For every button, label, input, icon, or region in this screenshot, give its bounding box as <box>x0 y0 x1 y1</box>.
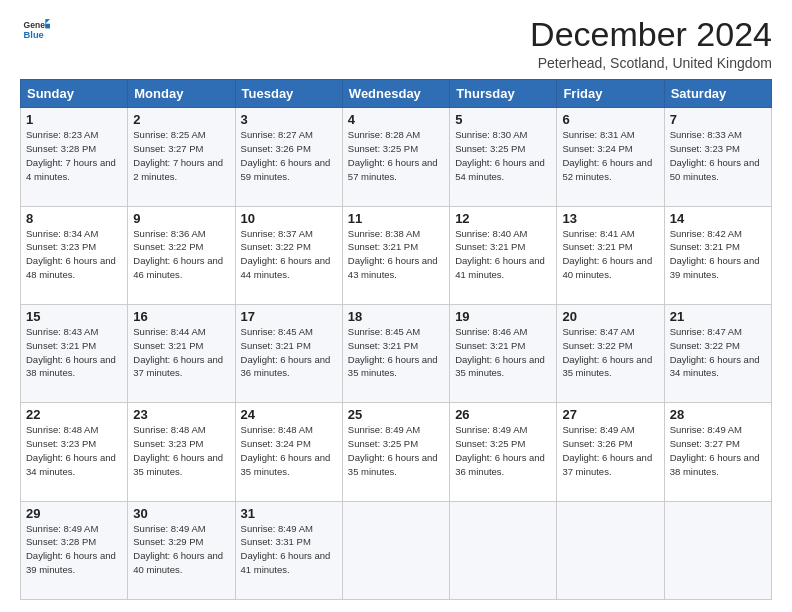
calendar-cell: 8 Sunrise: 8:34 AMSunset: 3:23 PMDayligh… <box>21 206 128 304</box>
day-info: Sunrise: 8:37 AMSunset: 3:22 PMDaylight:… <box>241 227 337 282</box>
calendar-cell: 25 Sunrise: 8:49 AMSunset: 3:25 PMDaylig… <box>342 403 449 501</box>
day-info: Sunrise: 8:30 AMSunset: 3:25 PMDaylight:… <box>455 128 551 183</box>
day-number: 7 <box>670 112 766 127</box>
day-number: 10 <box>241 211 337 226</box>
calendar-cell: 23 Sunrise: 8:48 AMSunset: 3:23 PMDaylig… <box>128 403 235 501</box>
day-number: 19 <box>455 309 551 324</box>
calendar-cell: 17 Sunrise: 8:45 AMSunset: 3:21 PMDaylig… <box>235 305 342 403</box>
calendar-cell <box>664 501 771 599</box>
calendar-cell: 21 Sunrise: 8:47 AMSunset: 3:22 PMDaylig… <box>664 305 771 403</box>
calendar-cell: 11 Sunrise: 8:38 AMSunset: 3:21 PMDaylig… <box>342 206 449 304</box>
calendar-day-header: Wednesday <box>342 80 449 108</box>
day-number: 17 <box>241 309 337 324</box>
day-number: 30 <box>133 506 229 521</box>
day-info: Sunrise: 8:43 AMSunset: 3:21 PMDaylight:… <box>26 325 122 380</box>
day-info: Sunrise: 8:48 AMSunset: 3:23 PMDaylight:… <box>133 423 229 478</box>
header: General Blue December 2024 Peterhead, Sc… <box>20 16 772 71</box>
day-number: 12 <box>455 211 551 226</box>
day-info: Sunrise: 8:45 AMSunset: 3:21 PMDaylight:… <box>348 325 444 380</box>
day-info: Sunrise: 8:49 AMSunset: 3:26 PMDaylight:… <box>562 423 658 478</box>
page: General Blue December 2024 Peterhead, Sc… <box>0 0 792 612</box>
day-number: 24 <box>241 407 337 422</box>
calendar-cell: 1 Sunrise: 8:23 AMSunset: 3:28 PMDayligh… <box>21 108 128 206</box>
day-info: Sunrise: 8:25 AMSunset: 3:27 PMDaylight:… <box>133 128 229 183</box>
day-number: 26 <box>455 407 551 422</box>
day-info: Sunrise: 8:41 AMSunset: 3:21 PMDaylight:… <box>562 227 658 282</box>
calendar-cell: 4 Sunrise: 8:28 AMSunset: 3:25 PMDayligh… <box>342 108 449 206</box>
calendar-day-header: Monday <box>128 80 235 108</box>
day-number: 22 <box>26 407 122 422</box>
calendar-cell: 16 Sunrise: 8:44 AMSunset: 3:21 PMDaylig… <box>128 305 235 403</box>
calendar-cell: 24 Sunrise: 8:48 AMSunset: 3:24 PMDaylig… <box>235 403 342 501</box>
day-info: Sunrise: 8:49 AMSunset: 3:28 PMDaylight:… <box>26 522 122 577</box>
day-number: 2 <box>133 112 229 127</box>
logo: General Blue <box>20 16 50 44</box>
day-info: Sunrise: 8:31 AMSunset: 3:24 PMDaylight:… <box>562 128 658 183</box>
day-info: Sunrise: 8:49 AMSunset: 3:29 PMDaylight:… <box>133 522 229 577</box>
day-info: Sunrise: 8:23 AMSunset: 3:28 PMDaylight:… <box>26 128 122 183</box>
day-info: Sunrise: 8:48 AMSunset: 3:24 PMDaylight:… <box>241 423 337 478</box>
calendar-cell: 6 Sunrise: 8:31 AMSunset: 3:24 PMDayligh… <box>557 108 664 206</box>
calendar-week-row: 22 Sunrise: 8:48 AMSunset: 3:23 PMDaylig… <box>21 403 772 501</box>
calendar-cell: 30 Sunrise: 8:49 AMSunset: 3:29 PMDaylig… <box>128 501 235 599</box>
calendar-cell: 14 Sunrise: 8:42 AMSunset: 3:21 PMDaylig… <box>664 206 771 304</box>
calendar-cell: 29 Sunrise: 8:49 AMSunset: 3:28 PMDaylig… <box>21 501 128 599</box>
calendar-header-row: SundayMondayTuesdayWednesdayThursdayFrid… <box>21 80 772 108</box>
day-number: 1 <box>26 112 122 127</box>
day-number: 27 <box>562 407 658 422</box>
day-number: 3 <box>241 112 337 127</box>
day-info: Sunrise: 8:28 AMSunset: 3:25 PMDaylight:… <box>348 128 444 183</box>
day-number: 11 <box>348 211 444 226</box>
calendar-cell: 2 Sunrise: 8:25 AMSunset: 3:27 PMDayligh… <box>128 108 235 206</box>
day-number: 20 <box>562 309 658 324</box>
calendar-day-header: Sunday <box>21 80 128 108</box>
calendar-cell: 28 Sunrise: 8:49 AMSunset: 3:27 PMDaylig… <box>664 403 771 501</box>
calendar-cell <box>557 501 664 599</box>
day-number: 5 <box>455 112 551 127</box>
calendar-cell: 7 Sunrise: 8:33 AMSunset: 3:23 PMDayligh… <box>664 108 771 206</box>
calendar-cell: 19 Sunrise: 8:46 AMSunset: 3:21 PMDaylig… <box>450 305 557 403</box>
day-info: Sunrise: 8:34 AMSunset: 3:23 PMDaylight:… <box>26 227 122 282</box>
calendar-day-header: Friday <box>557 80 664 108</box>
day-info: Sunrise: 8:44 AMSunset: 3:21 PMDaylight:… <box>133 325 229 380</box>
day-info: Sunrise: 8:49 AMSunset: 3:25 PMDaylight:… <box>348 423 444 478</box>
logo-icon: General Blue <box>22 16 50 44</box>
calendar-cell <box>450 501 557 599</box>
calendar-cell: 15 Sunrise: 8:43 AMSunset: 3:21 PMDaylig… <box>21 305 128 403</box>
calendar-cell: 20 Sunrise: 8:47 AMSunset: 3:22 PMDaylig… <box>557 305 664 403</box>
day-info: Sunrise: 8:49 AMSunset: 3:27 PMDaylight:… <box>670 423 766 478</box>
day-info: Sunrise: 8:49 AMSunset: 3:31 PMDaylight:… <box>241 522 337 577</box>
calendar-table: SundayMondayTuesdayWednesdayThursdayFrid… <box>20 79 772 600</box>
day-info: Sunrise: 8:27 AMSunset: 3:26 PMDaylight:… <box>241 128 337 183</box>
calendar-cell: 5 Sunrise: 8:30 AMSunset: 3:25 PMDayligh… <box>450 108 557 206</box>
calendar-week-row: 29 Sunrise: 8:49 AMSunset: 3:28 PMDaylig… <box>21 501 772 599</box>
day-info: Sunrise: 8:42 AMSunset: 3:21 PMDaylight:… <box>670 227 766 282</box>
subtitle: Peterhead, Scotland, United Kingdom <box>530 55 772 71</box>
calendar-cell: 12 Sunrise: 8:40 AMSunset: 3:21 PMDaylig… <box>450 206 557 304</box>
day-number: 31 <box>241 506 337 521</box>
calendar-cell: 27 Sunrise: 8:49 AMSunset: 3:26 PMDaylig… <box>557 403 664 501</box>
day-number: 13 <box>562 211 658 226</box>
calendar-cell: 31 Sunrise: 8:49 AMSunset: 3:31 PMDaylig… <box>235 501 342 599</box>
calendar-cell <box>342 501 449 599</box>
main-title: December 2024 <box>530 16 772 53</box>
day-number: 18 <box>348 309 444 324</box>
day-info: Sunrise: 8:38 AMSunset: 3:21 PMDaylight:… <box>348 227 444 282</box>
calendar-cell: 13 Sunrise: 8:41 AMSunset: 3:21 PMDaylig… <box>557 206 664 304</box>
day-number: 23 <box>133 407 229 422</box>
calendar-cell: 10 Sunrise: 8:37 AMSunset: 3:22 PMDaylig… <box>235 206 342 304</box>
day-info: Sunrise: 8:47 AMSunset: 3:22 PMDaylight:… <box>670 325 766 380</box>
day-number: 21 <box>670 309 766 324</box>
calendar-week-row: 8 Sunrise: 8:34 AMSunset: 3:23 PMDayligh… <box>21 206 772 304</box>
day-number: 14 <box>670 211 766 226</box>
day-number: 15 <box>26 309 122 324</box>
day-number: 9 <box>133 211 229 226</box>
day-info: Sunrise: 8:47 AMSunset: 3:22 PMDaylight:… <box>562 325 658 380</box>
day-number: 28 <box>670 407 766 422</box>
title-block: December 2024 Peterhead, Scotland, Unite… <box>530 16 772 71</box>
calendar-cell: 26 Sunrise: 8:49 AMSunset: 3:25 PMDaylig… <box>450 403 557 501</box>
day-number: 16 <box>133 309 229 324</box>
calendar-week-row: 15 Sunrise: 8:43 AMSunset: 3:21 PMDaylig… <box>21 305 772 403</box>
day-number: 8 <box>26 211 122 226</box>
day-number: 6 <box>562 112 658 127</box>
